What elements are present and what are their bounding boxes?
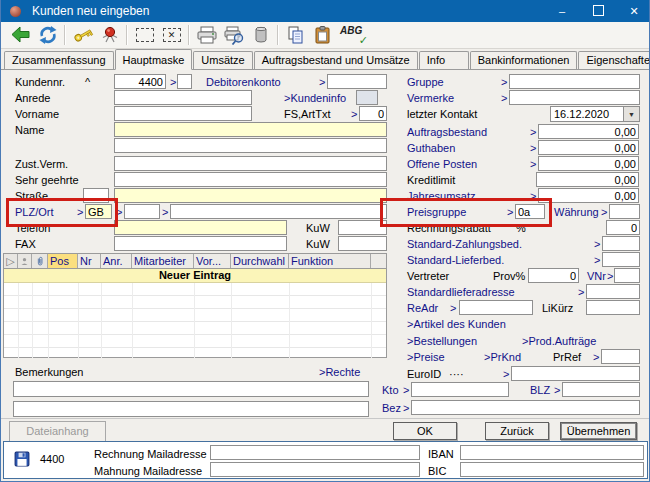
uebernehmen-button[interactable]: Übernehmen	[560, 422, 637, 440]
dateianhang-tab[interactable]: Dateianhang	[9, 421, 106, 441]
close-button[interactable]: ✕	[627, 5, 641, 18]
standardlieferadresse-input[interactable]	[586, 284, 640, 299]
debitorenkonto-link[interactable]: Debitorenkonto	[206, 76, 281, 88]
ort-chevron[interactable]: >	[162, 206, 168, 218]
vnr-chevron[interactable]: >	[607, 270, 613, 282]
deselect-button[interactable]: ✕	[158, 23, 185, 47]
plz-country-input[interactable]	[85, 204, 112, 219]
bez-chevron[interactable]: >	[403, 402, 409, 414]
vnr-label[interactable]: VNr	[587, 270, 606, 282]
kto-input[interactable]	[411, 382, 509, 397]
blz-label[interactable]: BLZ	[530, 384, 550, 396]
euroid-chevron[interactable]: >	[503, 368, 509, 380]
auftragsbestand-label[interactable]: Auftragsbestand	[407, 126, 487, 138]
tab-bankinformationen[interactable]: Bankinformationen	[470, 51, 578, 69]
debitorenkonto-input[interactable]	[327, 74, 387, 89]
kundeninfo-flag-input[interactable]	[356, 90, 378, 105]
jahresumsatz-chevron[interactable]: >	[530, 190, 536, 202]
guthaben-chevron[interactable]: >	[530, 142, 536, 154]
bemerkungen-input-1[interactable]	[13, 381, 369, 397]
delete-button[interactable]	[247, 23, 274, 47]
mahnung-mail-input[interactable]	[210, 462, 420, 477]
fax-input[interactable]	[114, 236, 287, 251]
copy-button[interactable]	[282, 23, 309, 47]
plz-chevron[interactable]: >	[116, 206, 122, 218]
artikel-des-kunden-link[interactable]: >Artikel des Kunden	[407, 318, 506, 330]
bez-label[interactable]: Bez	[382, 402, 401, 414]
readr-chevron[interactable]: >	[450, 302, 456, 314]
vermerke-input[interactable]	[509, 90, 640, 105]
rechnung-mail-input[interactable]	[210, 445, 420, 460]
kundennr-sub-input[interactable]	[177, 74, 192, 89]
new-entry-row[interactable]: Neuer Eintrag	[4, 269, 386, 283]
bez-input[interactable]	[411, 400, 640, 415]
auftragsbestand-chevron[interactable]: >	[530, 126, 536, 138]
prod-auftraege-link[interactable]: >Prod.Aufträge	[522, 335, 596, 347]
preisgruppe-input[interactable]	[515, 204, 545, 219]
preisgruppe-label[interactable]: Preisgruppe	[407, 206, 466, 218]
minimize-button[interactable]: –	[555, 5, 569, 17]
readr-label[interactable]: ReAdr	[407, 302, 438, 314]
tab-zusammenfassung[interactable]: Zusammenfassung	[4, 51, 114, 69]
guthaben-input[interactable]	[538, 140, 639, 155]
telefon-input[interactable]	[114, 220, 287, 235]
bestellungen-link[interactable]: >Bestellungen	[407, 335, 477, 347]
ort-input[interactable]	[170, 204, 387, 219]
readr-input[interactable]	[459, 300, 533, 315]
vermerke-chevron[interactable]: >	[501, 92, 507, 104]
iban-input[interactable]	[460, 445, 644, 460]
waehrung-chevron[interactable]: >	[601, 206, 607, 218]
spellcheck-button[interactable]: ABG ✓	[336, 23, 370, 47]
name2-input[interactable]	[114, 138, 387, 153]
fs-arttxt-chevron[interactable]: >	[351, 108, 357, 120]
offene-posten-input[interactable]	[538, 156, 639, 171]
print-preview-button[interactable]	[220, 23, 247, 47]
preise-link[interactable]: >Preise	[407, 351, 445, 363]
waehrung-input[interactable]	[609, 204, 640, 219]
plz-ort-label[interactable]: PLZ/Ort	[15, 206, 54, 218]
standardlieferadresse-chevron[interactable]: >	[578, 286, 584, 298]
std-zahlungsbed-input[interactable]	[602, 236, 640, 251]
jahresumsatz-input[interactable]	[538, 188, 639, 203]
column-header-anr[interactable]: Anr.	[101, 254, 132, 268]
anrede-input[interactable]	[114, 90, 252, 105]
sehr-geehrte-input[interactable]	[114, 172, 387, 187]
print-button[interactable]	[193, 23, 220, 47]
contacts-table-body[interactable]	[4, 283, 386, 358]
tab-hauptmaske[interactable]: Hauptmaske	[115, 49, 193, 70]
standardlieferadresse-label[interactable]: Standardlieferadresse	[407, 286, 515, 298]
waehrung-label[interactable]: Währung	[554, 206, 599, 218]
refresh-button[interactable]	[34, 23, 61, 47]
ok-button[interactable]: OK	[393, 422, 457, 440]
rechte-link[interactable]: >Rechte	[319, 366, 360, 378]
kto-label[interactable]: Kto	[382, 384, 399, 396]
name-input[interactable]	[114, 122, 387, 137]
select-button[interactable]	[131, 23, 158, 47]
std-zahlungsbed-chevron[interactable]: >	[594, 238, 600, 250]
jahresumsatz-label[interactable]: Jahresumsatz	[407, 190, 475, 202]
vermerke-label[interactable]: Vermerke	[407, 92, 454, 104]
fs-arttxt-input[interactable]	[359, 106, 387, 121]
guthaben-label[interactable]: Guthaben	[407, 142, 455, 154]
column-header-vorname[interactable]: Vor...	[194, 254, 231, 268]
column-header-durchwahl[interactable]: Durchwahl	[231, 254, 289, 268]
dropdown-arrow-icon[interactable]: ▼	[623, 107, 639, 121]
letzter-kontakt-datepicker[interactable]: 16.12.2020 ▼	[550, 106, 640, 122]
likuerz-input[interactable]	[586, 300, 640, 315]
offene-posten-chevron[interactable]: >	[530, 158, 536, 170]
plz-input[interactable]	[124, 204, 160, 219]
paste-button[interactable]	[309, 23, 336, 47]
column-header-funktion[interactable]: Funktion	[289, 254, 371, 268]
column-header-pos[interactable]: Pos	[48, 254, 78, 268]
rechnungsrabatt-input[interactable]	[606, 220, 640, 235]
gruppe-chevron[interactable]: >	[501, 76, 507, 88]
gruppe-label[interactable]: Gruppe	[407, 76, 444, 88]
kundennr-sort-caret[interactable]: ^	[85, 76, 90, 88]
blz-input[interactable]	[562, 382, 640, 397]
gruppe-input[interactable]	[509, 74, 640, 89]
prov-input[interactable]	[528, 268, 579, 283]
prref-input[interactable]	[601, 349, 640, 364]
bic-input[interactable]	[460, 462, 644, 477]
euroid-input[interactable]	[511, 366, 640, 381]
prknd-link[interactable]: >PrKnd	[484, 351, 521, 363]
